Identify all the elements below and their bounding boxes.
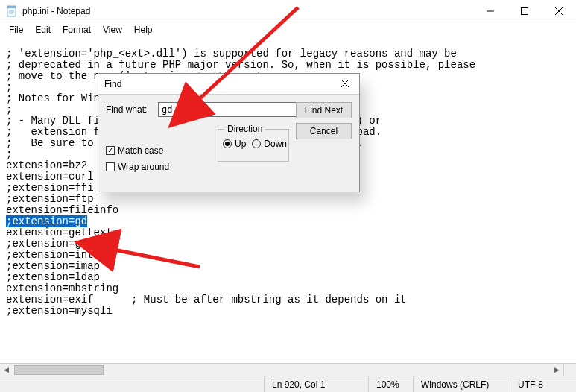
horizontal-scrollbar[interactable]: ◀ ▶ — [0, 363, 563, 376]
text-line[interactable]: ;extension=ffi — [6, 182, 94, 194]
menu-format[interactable]: Format — [57, 23, 97, 37]
menu-file[interactable]: File — [3, 23, 29, 37]
text-line[interactable]: extension=curl — [6, 171, 94, 183]
scroll-thumb[interactable] — [14, 365, 104, 375]
text-line[interactable]: ;extension=ldap — [6, 271, 100, 283]
text-line[interactable]: extension=bz2 — [6, 159, 87, 171]
window-controls — [473, 0, 576, 22]
direction-group: Direction Up Down — [218, 129, 289, 162]
match-case-checkbox[interactable]: ✓Match case — [106, 145, 169, 156]
scroll-left-icon[interactable]: ◀ — [0, 364, 13, 376]
text-line[interactable]: ; — [6, 81, 12, 93]
text-line[interactable]: extension=gettext — [6, 227, 113, 238]
text-line[interactable]: extension=mbstring — [6, 282, 118, 294]
text-line[interactable]: ; — [6, 104, 12, 116]
scroll-corner — [563, 363, 576, 376]
status-blank — [0, 376, 265, 392]
menu-bar: File Edit Format View Help — [0, 22, 576, 37]
menu-help[interactable]: Help — [128, 23, 159, 37]
text-line[interactable]: ; deprecated in a future PHP major versi… — [6, 59, 475, 71]
text-line[interactable]: extension=exif ; Must be after mbstring … — [6, 294, 407, 306]
find-titlebar[interactable]: Find — [98, 74, 359, 95]
text-line[interactable]: ;extension=gmp — [6, 238, 94, 250]
minimize-button[interactable] — [473, 0, 507, 22]
svg-rect-6 — [522, 7, 528, 14]
status-zoom: 100% — [369, 376, 414, 392]
find-dialog: Find Find what: Find Next Cancel Directi… — [98, 73, 360, 192]
find-next-button[interactable]: Find Next — [296, 102, 352, 118]
status-encoding: UTF-8 — [510, 376, 576, 392]
find-what-input[interactable] — [158, 102, 300, 117]
status-position: Ln 920, Col 1 — [265, 376, 369, 392]
find-what-label: Find what: — [106, 104, 152, 115]
find-close-button[interactable] — [337, 78, 353, 91]
wrap-around-checkbox[interactable]: Wrap around — [106, 162, 169, 172]
text-line[interactable]: ; 'extension='php_<ext>.dll') is support… — [6, 48, 457, 60]
text-line[interactable]: ;extension=imap — [6, 260, 100, 272]
text-line[interactable]: ;extension=intl — [6, 249, 100, 261]
highlighted-text[interactable]: ;extension=gd — [6, 215, 87, 227]
text-line[interactable]: extension=fileinfo — [6, 204, 118, 216]
text-line[interactable]: ;extension=mysqli — [6, 305, 113, 317]
maximize-button[interactable] — [507, 0, 542, 22]
status-bar: Ln 920, Col 1 100% Windows (CRLF) UTF-8 — [0, 376, 576, 392]
notepad-icon — [6, 5, 18, 17]
text-line[interactable]: ;extension=ftp — [6, 193, 94, 205]
svg-rect-1 — [7, 6, 16, 8]
direction-label: Direction — [224, 124, 265, 134]
window-title: php.ini - Notepad — [22, 6, 473, 16]
find-title: Find — [104, 79, 337, 89]
close-button[interactable] — [542, 0, 576, 22]
menu-edit[interactable]: Edit — [29, 23, 57, 37]
scroll-right-icon[interactable]: ▶ — [551, 364, 563, 376]
title-bar: php.ini - Notepad — [0, 0, 576, 22]
direction-down-radio[interactable]: Down — [252, 139, 287, 149]
close-icon — [341, 80, 349, 87]
status-eol: Windows (CRLF) — [414, 376, 510, 392]
cancel-button[interactable]: Cancel — [296, 123, 352, 139]
text-line[interactable]: ; — [6, 148, 12, 160]
direction-up-radio[interactable]: Up — [223, 139, 246, 149]
menu-view[interactable]: View — [97, 23, 128, 37]
